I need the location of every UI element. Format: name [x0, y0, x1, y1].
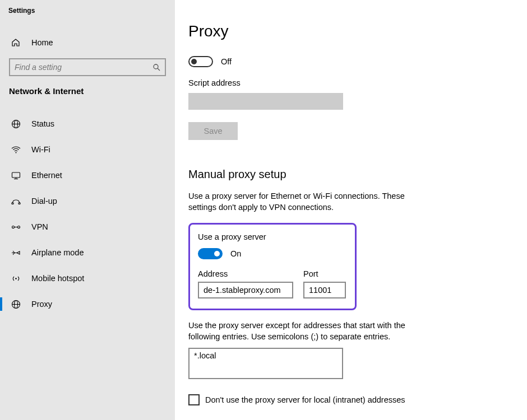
port-input[interactable]	[303, 282, 346, 298]
main-content: Proxy Off Script address Save Manual pro…	[175, 0, 527, 420]
home-icon	[10, 38, 21, 47]
sidebar-item-label: VPN	[31, 222, 48, 231]
svg-rect-9	[12, 203, 13, 204]
sidebar-item-label: Ethernet	[31, 171, 62, 180]
sidebar-item-label: Dial-up	[31, 197, 57, 206]
wifi-icon	[10, 145, 21, 155]
use-proxy-toggle-state: On	[230, 249, 241, 258]
svg-rect-10	[19, 203, 20, 204]
ethernet-icon	[10, 171, 21, 180]
status-icon	[10, 119, 21, 129]
manual-heading: Manual proxy setup	[188, 168, 516, 181]
highlight-box: Use a proxy server On Address Port	[188, 223, 357, 310]
sidebar-item-label: Proxy	[31, 300, 52, 309]
sidebar-item-proxy[interactable]: Proxy	[0, 293, 175, 315]
sidebar-item-airplane[interactable]: Airplane mode	[0, 241, 175, 264]
port-group: Port	[303, 269, 346, 298]
sidebar: Settings Home Network & Internet Status …	[0, 0, 175, 420]
use-proxy-toggle-row: On	[198, 248, 347, 259]
home-label: Home	[31, 38, 53, 47]
sidebar-item-label: Status	[31, 119, 54, 128]
local-checkbox-row: Don't use the proxy server for local (in…	[188, 394, 516, 405]
page-title: Proxy	[188, 22, 516, 40]
sidebar-list: Status Wi-Fi Ethernet Dial-up VPN	[0, 113, 175, 315]
sidebar-item-hotspot[interactable]: Mobile hotspot	[0, 267, 175, 290]
local-checkbox[interactable]	[188, 394, 200, 405]
address-port-row: Address Port	[198, 269, 347, 298]
sidebar-item-label: Airplane mode	[31, 248, 84, 257]
sidebar-item-status[interactable]: Status	[0, 113, 175, 135]
vpn-icon	[10, 222, 21, 232]
proxy-icon	[10, 300, 21, 309]
use-proxy-toggle[interactable]	[198, 248, 223, 259]
airplane-icon	[10, 248, 21, 258]
auto-toggle-label: Off	[221, 57, 232, 66]
search-icon	[152, 63, 160, 71]
auto-detect-toggle[interactable]	[188, 56, 213, 67]
dialup-icon	[10, 197, 21, 206]
svg-point-5	[15, 152, 16, 153]
auto-save-button[interactable]: Save	[188, 122, 238, 140]
manual-description: Use a proxy server for Ethernet or Wi-Fi…	[188, 191, 429, 213]
address-label: Address	[198, 269, 293, 278]
svg-point-11	[12, 226, 14, 228]
svg-point-12	[17, 226, 20, 228]
address-input[interactable]	[198, 282, 293, 298]
local-checkbox-label: Don't use the proxy server for local (in…	[205, 395, 405, 404]
search-wrap	[9, 58, 166, 76]
sidebar-item-vpn[interactable]: VPN	[0, 216, 175, 238]
sidebar-item-wifi[interactable]: Wi-Fi	[0, 138, 175, 161]
svg-point-0	[154, 64, 158, 69]
address-group: Address	[198, 269, 293, 298]
use-proxy-label: Use a proxy server	[198, 232, 347, 241]
search-input[interactable]	[15, 63, 152, 72]
port-label: Port	[303, 269, 346, 278]
search-box[interactable]	[9, 58, 166, 76]
svg-rect-6	[12, 172, 20, 178]
sidebar-item-home[interactable]: Home	[0, 31, 175, 54]
script-address-input	[188, 93, 343, 110]
exceptions-description: Use the proxy server except for addresse…	[188, 320, 429, 342]
hotspot-icon	[10, 274, 21, 283]
exceptions-input[interactable]	[188, 348, 343, 379]
auto-toggle-row: Off	[188, 56, 516, 67]
sidebar-item-label: Wi-Fi	[31, 145, 50, 154]
sidebar-item-label: Mobile hotspot	[31, 274, 84, 283]
svg-line-1	[158, 68, 160, 71]
sidebar-item-dialup[interactable]: Dial-up	[0, 190, 175, 212]
app-title: Settings	[0, 4, 175, 15]
script-address-label: Script address	[188, 78, 516, 87]
svg-point-14	[15, 278, 17, 279]
sidebar-item-ethernet[interactable]: Ethernet	[0, 164, 175, 186]
section-title: Network & Internet	[0, 86, 175, 96]
